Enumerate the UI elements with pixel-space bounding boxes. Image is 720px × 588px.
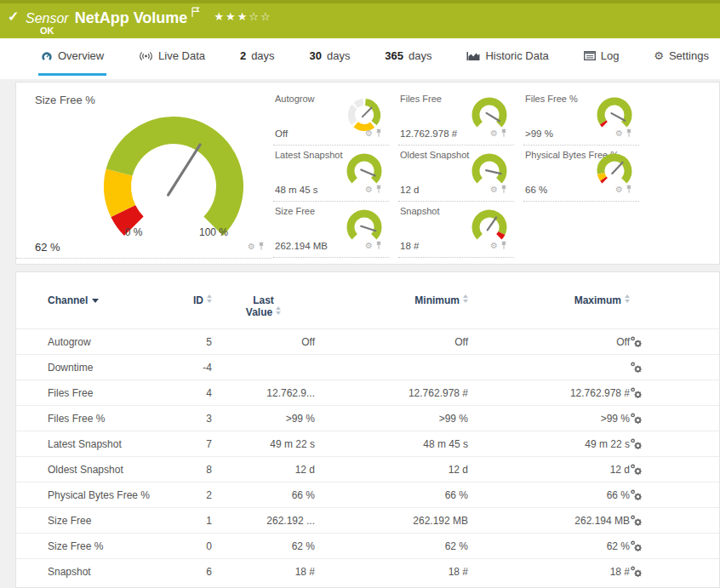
gear-icon[interactable]: ⚙ xyxy=(615,129,623,138)
table-row-snapshot: Snapshot618 #18 #18 # xyxy=(16,558,719,584)
pin-icon[interactable] xyxy=(500,182,507,197)
sort-icon xyxy=(625,294,630,303)
cell-last-value: 49 m 22 s xyxy=(212,438,315,450)
tab-log[interactable]: Log xyxy=(581,38,622,76)
tab-live-data[interactable]: Live Data xyxy=(136,38,208,76)
edit-channel-icon[interactable] xyxy=(630,362,719,374)
pin-icon[interactable] xyxy=(375,238,382,254)
edit-channel-icon[interactable] xyxy=(630,336,719,348)
table-row-downtime: Downtime-4 xyxy=(16,354,719,380)
gear-icon[interactable]: ⚙ xyxy=(248,243,255,251)
tab-label: Log xyxy=(601,49,620,62)
status-ok-check-icon: ✓ xyxy=(8,9,19,25)
column-header-id[interactable]: ID xyxy=(182,294,212,306)
cell-minimum: 12.762.978 # xyxy=(315,387,468,399)
tab-365-days[interactable]: 365days xyxy=(382,38,434,76)
pin-icon[interactable] xyxy=(375,126,382,141)
edit-channel-icon[interactable] xyxy=(630,540,719,552)
table-row-files-free: Files Free412.762.9...12.762.978 #12.762… xyxy=(16,380,719,405)
pin-icon[interactable] xyxy=(258,239,265,254)
gauge-tile-snapshot[interactable]: Snapshot18 #⚙ xyxy=(398,202,514,258)
table-row-autogrow: Autogrow5OffOffOff xyxy=(16,328,719,354)
gauge-tile-size-free[interactable]: Size Free262.194 MB⚙ xyxy=(273,202,389,258)
gear-icon[interactable]: ⚙ xyxy=(490,186,498,194)
table-row-size-free: Size Free %062 %62 %62 % xyxy=(16,533,719,558)
star-empty-icon[interactable]: ☆ xyxy=(260,10,272,23)
pin-icon[interactable] xyxy=(626,182,632,197)
gauge-tile-files-free[interactable]: Files Free12.762.978 #⚙ xyxy=(398,89,514,146)
edit-channel-icon[interactable] xyxy=(630,438,719,450)
gear-icon[interactable]: ⚙ xyxy=(365,186,373,194)
cell-id: -4 xyxy=(182,362,212,374)
tile-label: Latest Snapshot xyxy=(275,150,343,160)
tab-settings[interactable]: ⚙Settings xyxy=(651,38,711,76)
cell-last-value: 18 # xyxy=(212,566,315,578)
column-header-last-value[interactable]: Last Value xyxy=(212,294,315,318)
edit-channel-icon[interactable] xyxy=(630,464,719,476)
gauge-tile-autogrow[interactable]: AutogrowOff⚙ xyxy=(273,89,389,146)
gear-icon[interactable]: ⚙ xyxy=(490,129,498,138)
cell-id: 0 xyxy=(182,540,212,552)
cell-maximum: 49 m 22 s xyxy=(468,438,630,450)
tile-actions: ⚙ xyxy=(365,182,382,197)
edit-channel-icon[interactable] xyxy=(630,489,719,501)
star-filled-icon[interactable]: ★ xyxy=(237,10,249,23)
channel-table-body: Autogrow5OffOffOffDowntime-4Files Free41… xyxy=(16,328,719,584)
cell-channel: Size Free % xyxy=(48,540,182,552)
tab-2-days[interactable]: 2days xyxy=(237,38,277,76)
gauge-tile-oldest-snapshot[interactable]: Oldest Snapshot12 d⚙ xyxy=(398,146,514,202)
cell-maximum: >99 % xyxy=(468,413,630,425)
gear-icon[interactable]: ⚙ xyxy=(365,242,373,250)
pin-icon[interactable] xyxy=(500,126,507,141)
gauge-tile-size-free-pct-main[interactable]: Size Free % 0 % 100 % 62 % ⚙ xyxy=(16,89,271,259)
tab-label: days xyxy=(327,49,350,62)
tab-historic-data[interactable]: Historic Data xyxy=(464,38,551,76)
star-empty-icon[interactable]: ☆ xyxy=(249,10,260,23)
small-gauges-grid: AutogrowOff⚙Files Free12.762.978 #⚙Files… xyxy=(273,89,639,258)
gauge-tile-latest-snapshot[interactable]: Latest Snapshot48 m 45 s⚙ xyxy=(273,146,389,202)
gear-icon[interactable]: ⚙ xyxy=(490,242,498,250)
tab-prefix: 30 xyxy=(309,49,321,62)
gear-icon[interactable]: ⚙ xyxy=(615,186,623,194)
flag-icon[interactable] xyxy=(191,7,200,18)
edit-channel-icon[interactable] xyxy=(630,413,719,425)
tab-label: Historic Data xyxy=(485,49,548,62)
tab-overview[interactable]: Overview xyxy=(38,38,106,76)
gauge-tile-files-free[interactable]: Files Free %>99 %⚙ xyxy=(523,89,639,146)
edit-channel-icon[interactable] xyxy=(630,566,719,578)
tab-label: days xyxy=(409,49,431,62)
tile-label: Snapshot xyxy=(400,206,439,216)
star-filled-icon[interactable]: ★ xyxy=(214,10,226,23)
pin-icon[interactable] xyxy=(500,238,507,254)
area-chart-icon xyxy=(466,51,480,61)
cell-channel: Autogrow xyxy=(48,336,182,348)
priority-stars[interactable]: ★★★☆☆ xyxy=(214,10,271,23)
tab-30-days[interactable]: 30days xyxy=(306,38,352,76)
edit-channel-icon[interactable] xyxy=(630,515,719,527)
cell-maximum: 66 % xyxy=(468,489,630,501)
cell-minimum: Off xyxy=(315,336,468,348)
star-filled-icon[interactable]: ★ xyxy=(226,10,237,23)
cell-channel: Latest Snapshot xyxy=(48,438,182,450)
cell-channel: Size Free xyxy=(48,515,182,527)
cell-last-value: 262.192 ... xyxy=(212,515,315,527)
gear-icon[interactable]: ⚙ xyxy=(365,129,373,138)
tile-label: Files Free % xyxy=(525,94,578,104)
tile-actions: ⚙ xyxy=(615,182,632,197)
tile-actions: ⚙ xyxy=(490,126,507,141)
tile-value: 12 d xyxy=(400,185,419,195)
cell-last-value: >99 % xyxy=(212,413,315,425)
page-title: NetApp Volume xyxy=(75,9,188,26)
column-header-maximum[interactable]: Maximum xyxy=(468,294,630,306)
pin-icon[interactable] xyxy=(375,182,382,197)
cell-channel: Snapshot xyxy=(48,566,182,578)
gauge-icon xyxy=(41,51,53,61)
pin-icon[interactable] xyxy=(626,126,632,141)
column-header-channel[interactable]: Channel xyxy=(48,294,182,306)
column-header-minimum[interactable]: Minimum xyxy=(315,294,468,306)
edit-channel-icon[interactable] xyxy=(630,387,719,399)
cell-minimum: 48 m 45 s xyxy=(315,438,468,450)
gauge-tile-physical-bytes-free[interactable]: Physical Bytes Free %66 %⚙ xyxy=(523,146,639,202)
main-gauge-actions: ⚙ xyxy=(248,239,265,254)
tile-label: Oldest Snapshot xyxy=(400,150,469,160)
